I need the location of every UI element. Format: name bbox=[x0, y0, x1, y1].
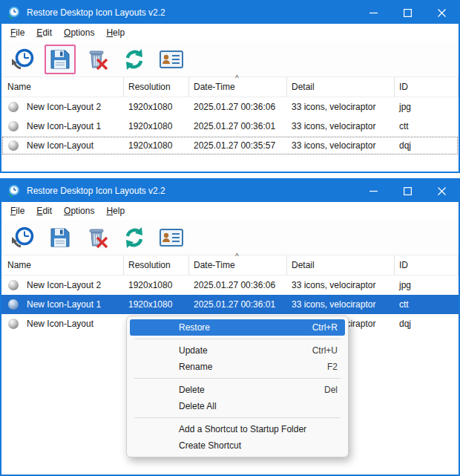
refresh-button[interactable] bbox=[119, 223, 150, 252]
column-header-datetime[interactable]: Date-Time^ bbox=[189, 77, 287, 97]
menu-help[interactable]: Help bbox=[100, 25, 131, 40]
maximize-button[interactable] bbox=[390, 180, 424, 202]
window-title: Restore Desktop Icon Layouts v2.2 bbox=[27, 7, 165, 18]
layout-resolution: 1920x1080 bbox=[124, 280, 189, 290]
refresh-button[interactable] bbox=[119, 45, 150, 74]
context-menu-item-delete[interactable]: Delete Del bbox=[130, 382, 345, 398]
close-button[interactable] bbox=[424, 1, 459, 24]
window-bottom: Restore Desktop Icon Layouts v2.2 File E… bbox=[0, 178, 460, 476]
window-controls bbox=[356, 1, 459, 24]
column-header-resolution[interactable]: Resolution bbox=[124, 77, 189, 97]
minimize-icon bbox=[369, 187, 378, 195]
layout-name: New Icon-Layout 2 bbox=[27, 102, 101, 112]
layout-details-button[interactable] bbox=[156, 223, 187, 252]
table-row[interactable]: New Icon-Layout 2 1920x1080 2025.01.27 0… bbox=[1, 97, 459, 117]
column-header-detail[interactable]: Detail bbox=[287, 77, 395, 97]
menu-file[interactable]: File bbox=[4, 25, 30, 40]
column-header-id[interactable]: ID bbox=[395, 255, 459, 275]
context-menu: Restore Ctrl+R Update Ctrl+U Rename F2 D… bbox=[126, 316, 349, 457]
delete-layout-button[interactable] bbox=[82, 45, 113, 74]
column-label: Resolution bbox=[128, 260, 171, 270]
save-layout-button[interactable] bbox=[45, 223, 76, 252]
clock-restore-icon bbox=[10, 48, 36, 71]
layout-datetime: 2025.01.27 00:35:57 bbox=[189, 140, 287, 151]
toolbar bbox=[1, 220, 459, 255]
context-menu-item-add-shortcut-startup[interactable]: Add a Shortcut to Startup Folder bbox=[130, 421, 345, 437]
layout-ball-icon bbox=[8, 121, 19, 131]
context-menu-label: Delete All bbox=[179, 401, 217, 411]
layout-detail: 33 icons, velociraptor bbox=[287, 280, 395, 290]
table-row[interactable]: New Icon-Layout 2 1920x1080 2025.01.27 0… bbox=[1, 276, 459, 295]
context-menu-label: Add a Shortcut to Startup Folder bbox=[179, 424, 306, 434]
menu-edit[interactable]: Edit bbox=[30, 25, 58, 40]
column-label: Detail bbox=[292, 82, 315, 92]
close-button[interactable] bbox=[424, 180, 459, 202]
layout-ball-icon bbox=[8, 140, 19, 151]
minimize-icon bbox=[369, 9, 378, 17]
context-menu-label: Rename bbox=[179, 362, 212, 372]
context-menu-label: Delete bbox=[179, 385, 205, 395]
context-menu-item-create-shortcut[interactable]: Create Shortcut bbox=[130, 437, 345, 454]
save-layout-button[interactable] bbox=[45, 45, 76, 74]
column-header-datetime[interactable]: Date-Time^ bbox=[189, 255, 287, 275]
menu-file[interactable]: File bbox=[4, 203, 30, 218]
column-label: Resolution bbox=[128, 82, 171, 92]
layout-name: New Icon-Layout bbox=[27, 319, 93, 329]
save-icon bbox=[49, 226, 71, 249]
menu-options[interactable]: Options bbox=[58, 203, 100, 218]
context-menu-item-restore[interactable]: Restore Ctrl+R bbox=[130, 319, 345, 336]
close-icon bbox=[438, 187, 446, 195]
column-header-detail[interactable]: Detail bbox=[287, 255, 395, 275]
layout-resolution: 1920x1080 bbox=[124, 121, 189, 131]
menu-options[interactable]: Options bbox=[58, 25, 100, 40]
table-row[interactable]: New Icon-Layout 1920x1080 2025.01.27 00:… bbox=[1, 136, 459, 155]
column-label: Name bbox=[7, 82, 31, 92]
context-menu-separator bbox=[134, 417, 341, 418]
minimize-button[interactable] bbox=[356, 1, 390, 24]
menu-help[interactable]: Help bbox=[100, 203, 131, 218]
delete-icon bbox=[86, 48, 108, 71]
column-header-resolution[interactable]: Resolution bbox=[124, 255, 189, 275]
context-menu-shortcut: F2 bbox=[327, 362, 338, 372]
column-header-name[interactable]: Name bbox=[1, 255, 124, 275]
context-menu-label: Restore bbox=[179, 322, 210, 333]
menu-edit-rest: dit bbox=[42, 27, 52, 38]
layout-name: New Icon-Layout 1 bbox=[27, 121, 101, 131]
layout-datetime: 2025.01.27 00:36:06 bbox=[189, 102, 287, 112]
context-menu-item-rename[interactable]: Rename F2 bbox=[130, 359, 345, 375]
layout-detail: 33 icons, velociraptor bbox=[287, 121, 395, 131]
delete-layout-button[interactable] bbox=[82, 223, 113, 252]
context-menu-item-update[interactable]: Update Ctrl+U bbox=[130, 342, 345, 359]
window-top: Restore Desktop Icon Layouts v2.2 File E… bbox=[0, 0, 460, 173]
layout-details-button[interactable] bbox=[156, 45, 187, 74]
menu-options-accel: O bbox=[64, 27, 70, 38]
menu-options-rest: ptions bbox=[70, 27, 94, 38]
menu-edit[interactable]: Edit bbox=[30, 203, 58, 218]
context-menu-separator bbox=[134, 378, 341, 379]
context-menu-separator bbox=[134, 339, 341, 339]
layout-id: ctt bbox=[395, 299, 459, 310]
sort-ascending-icon: ^ bbox=[235, 253, 239, 261]
menu-options-rest: ptions bbox=[70, 206, 94, 216]
restore-layout-button[interactable] bbox=[7, 45, 39, 74]
titlebar: Restore Desktop Icon Layouts v2.2 bbox=[1, 1, 459, 24]
column-label: ID bbox=[399, 82, 408, 92]
refresh-icon bbox=[122, 226, 146, 250]
column-header-name[interactable]: Name bbox=[1, 77, 124, 97]
restore-layout-button[interactable] bbox=[7, 223, 39, 252]
menu-help-rest: elp bbox=[113, 206, 125, 216]
layout-id: jpg bbox=[395, 102, 459, 112]
table-row-selected[interactable]: New Icon-Layout 1 1920x1080 2025.01.27 0… bbox=[1, 295, 459, 314]
layout-id: dqj bbox=[395, 319, 459, 329]
maximize-button[interactable] bbox=[390, 1, 424, 24]
minimize-button[interactable] bbox=[356, 180, 390, 202]
list-header: Name Resolution Date-Time^ Detail ID bbox=[1, 255, 459, 276]
contact-card-icon bbox=[159, 226, 184, 249]
menu-help-rest: elp bbox=[113, 27, 125, 38]
column-label: Date-Time bbox=[194, 82, 235, 92]
table-row[interactable]: New Icon-Layout 1 1920x1080 2025.01.27 0… bbox=[1, 117, 459, 136]
context-menu-shortcut: Del bbox=[324, 385, 338, 395]
context-menu-item-delete-all[interactable]: Delete All bbox=[130, 398, 345, 414]
column-header-id[interactable]: ID bbox=[395, 77, 459, 97]
layout-datetime: 2025.01.27 00:36:01 bbox=[189, 121, 287, 131]
